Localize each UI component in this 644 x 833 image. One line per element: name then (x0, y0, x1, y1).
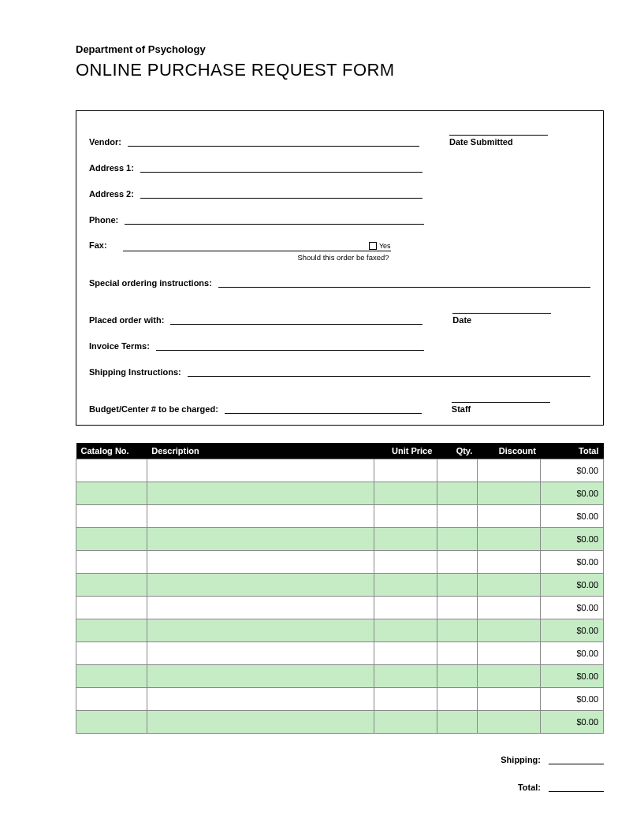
cell-description[interactable] (147, 528, 374, 551)
phone-input[interactable] (125, 213, 424, 225)
cell-unit_price[interactable] (374, 528, 437, 551)
fax-yes-checkbox[interactable] (369, 242, 377, 250)
cell-discount[interactable] (477, 688, 541, 711)
cell-discount[interactable] (477, 505, 541, 528)
fax-question: Should this order be faxed? (123, 251, 391, 262)
cell-catalog[interactable] (76, 459, 147, 482)
cell-description[interactable] (147, 482, 374, 505)
cell-unit_price[interactable] (374, 482, 437, 505)
cell-qty[interactable] (437, 642, 477, 665)
vendor-input[interactable] (128, 135, 419, 147)
cell-discount[interactable] (477, 459, 541, 482)
cell-unit_price[interactable] (374, 619, 437, 642)
cell-total: $0.00 (541, 642, 604, 665)
placed-order-label: Placed order with: (89, 315, 170, 325)
cell-unit_price[interactable] (374, 642, 437, 665)
invoice-terms-label: Invoice Terms: (89, 341, 156, 351)
vendor-form-box: Vendor: Date Submitted Address 1: Addres… (76, 110, 604, 426)
cell-description[interactable] (147, 551, 374, 574)
cell-unit_price[interactable] (374, 665, 437, 688)
cell-unit_price[interactable] (374, 597, 437, 619)
cell-discount[interactable] (477, 597, 541, 619)
cell-catalog[interactable] (76, 505, 147, 528)
date-submitted-input[interactable] (449, 124, 548, 136)
cell-unit_price[interactable] (374, 551, 437, 574)
col-discount: Discount (477, 443, 541, 459)
cell-qty[interactable] (437, 688, 477, 711)
col-qty: Qty. (437, 443, 477, 459)
cell-total: $0.00 (541, 551, 604, 574)
cell-discount[interactable] (477, 642, 541, 665)
col-total: Total (541, 443, 604, 459)
cell-description[interactable] (147, 665, 374, 688)
cell-discount[interactable] (477, 551, 541, 574)
placed-order-input[interactable] (170, 313, 423, 325)
cell-unit_price[interactable] (374, 459, 437, 482)
cell-catalog[interactable] (76, 528, 147, 551)
cell-description[interactable] (147, 597, 374, 619)
cell-qty[interactable] (437, 665, 477, 688)
cell-qty[interactable] (437, 528, 477, 551)
cell-description[interactable] (147, 642, 374, 665)
department-heading: Department of Psychology (76, 43, 612, 55)
cell-discount[interactable] (477, 528, 541, 551)
cell-discount[interactable] (477, 619, 541, 642)
cell-catalog[interactable] (76, 642, 147, 665)
cell-discount[interactable] (477, 574, 541, 597)
cell-catalog[interactable] (76, 551, 147, 574)
cell-discount[interactable] (477, 711, 541, 734)
cell-qty[interactable] (437, 597, 477, 619)
cell-qty[interactable] (437, 505, 477, 528)
table-row: $0.00 (76, 482, 604, 505)
cell-qty[interactable] (437, 711, 477, 734)
date-label: Date (452, 315, 551, 325)
cell-catalog[interactable] (76, 665, 147, 688)
invoice-terms-input[interactable] (156, 339, 424, 351)
cell-qty[interactable] (437, 482, 477, 505)
cell-discount[interactable] (477, 665, 541, 688)
cell-catalog[interactable] (76, 619, 147, 642)
cell-description[interactable] (147, 574, 374, 597)
staff-label: Staff (452, 404, 550, 414)
table-row: $0.00 (76, 459, 604, 482)
cell-description[interactable] (147, 505, 374, 528)
cell-total: $0.00 (541, 528, 604, 551)
cell-qty[interactable] (437, 551, 477, 574)
cell-description[interactable] (147, 619, 374, 642)
table-row: $0.00 (76, 528, 604, 551)
cell-discount[interactable] (477, 482, 541, 505)
table-row: $0.00 (76, 597, 604, 619)
cell-unit_price[interactable] (374, 574, 437, 597)
cell-description[interactable] (147, 688, 374, 711)
cell-description[interactable] (147, 711, 374, 734)
date-input[interactable] (452, 302, 551, 314)
cell-description[interactable] (147, 459, 374, 482)
cell-qty[interactable] (437, 459, 477, 482)
cell-unit_price[interactable] (374, 505, 437, 528)
address1-label: Address 1: (89, 163, 140, 173)
date-submitted-label: Date Submitted (449, 137, 548, 147)
cell-unit_price[interactable] (374, 688, 437, 711)
grand-total-label: Total: (518, 783, 541, 792)
cell-qty[interactable] (437, 619, 477, 642)
cell-catalog[interactable] (76, 688, 147, 711)
budget-center-input[interactable] (225, 402, 422, 414)
shipping-total-input[interactable] (549, 753, 604, 764)
address1-input[interactable] (140, 161, 423, 173)
col-unit-price: Unit Price (374, 443, 437, 459)
cell-qty[interactable] (437, 574, 477, 597)
cell-catalog[interactable] (76, 597, 147, 619)
cell-catalog[interactable] (76, 482, 147, 505)
address2-input[interactable] (140, 187, 423, 199)
staff-input[interactable] (452, 391, 550, 403)
cell-catalog[interactable] (76, 574, 147, 597)
cell-catalog[interactable] (76, 711, 147, 734)
cell-unit_price[interactable] (374, 711, 437, 734)
special-instructions-input[interactable] (218, 276, 590, 288)
cell-total: $0.00 (541, 597, 604, 619)
fax-input[interactable]: Yes (123, 239, 391, 251)
shipping-instructions-label: Shipping Instructions: (89, 367, 188, 377)
grand-total-input[interactable] (549, 780, 604, 792)
shipping-instructions-input[interactable] (188, 365, 590, 377)
cell-total: $0.00 (541, 505, 604, 528)
